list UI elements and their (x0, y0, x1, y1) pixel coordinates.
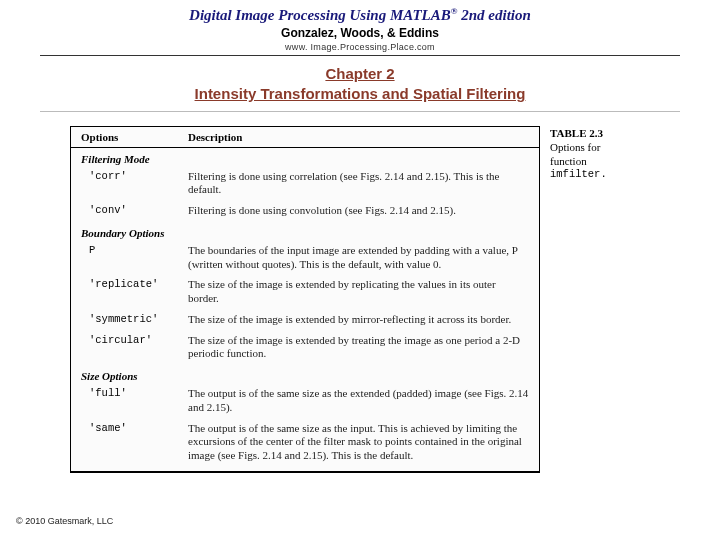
divider-sub (40, 111, 680, 112)
divider-top (40, 55, 680, 56)
opt-corr: 'corr' (71, 169, 186, 200)
website: www. Image.Processing.Place.com (0, 42, 720, 52)
table-caption: TABLE 2.3 Options for function imfilter. (550, 126, 660, 183)
chapter-line2: Intensity Transformations and Spatial Fi… (0, 84, 720, 104)
section-size: Size Options (71, 365, 539, 384)
caption-func: imfilter. (550, 168, 660, 182)
th-options: Options (71, 127, 186, 147)
table-row: 'conv' Filtering is done using convoluti… (71, 201, 539, 222)
title-post: 2nd edition (458, 7, 531, 23)
section-filtering: Filtering Mode (71, 148, 539, 167)
title-sup: ® (451, 6, 458, 16)
section-boundary: Boundary Options (71, 222, 539, 241)
authors: Gonzalez, Woods, & Eddins (0, 26, 720, 40)
chapter-line1: Chapter 2 (0, 64, 720, 84)
caption-line2: function (550, 154, 660, 168)
table-header-row: Options Description (71, 127, 539, 148)
opt-circular: 'circular' (71, 333, 186, 364)
table-row: 'symmetric' The size of the image is ext… (71, 310, 539, 331)
table-bottom-rule (71, 471, 539, 472)
chapter-heading: Chapter 2 Intensity Transformations and … (0, 64, 720, 105)
desc-circular: The size of the image is extended by tre… (186, 333, 539, 364)
content-area: Options Description Filtering Mode 'corr… (70, 126, 670, 473)
desc-replicate: The size of the image is extended by rep… (186, 277, 539, 308)
desc-corr: Filtering is done using correlation (see… (186, 169, 539, 200)
desc-full: The output is of the same size as the ex… (186, 386, 539, 417)
opt-full: 'full' (71, 386, 186, 417)
opt-replicate: 'replicate' (71, 277, 186, 308)
desc-symmetric: The size of the image is extended by mir… (186, 312, 539, 329)
desc-same: The output is of the same size as the in… (186, 421, 539, 465)
opt-p: P (71, 243, 186, 274)
caption-line1: Options for (550, 140, 660, 154)
copyright: © 2010 Gatesmark, LLC (16, 516, 113, 526)
desc-p: The boundaries of the input image are ex… (186, 243, 539, 274)
desc-conv: Filtering is done using convolution (see… (186, 203, 539, 220)
page-header: Digital Image Processing Using MATLAB® 2… (0, 0, 720, 52)
th-description: Description (186, 127, 539, 147)
opt-symmetric: 'symmetric' (71, 312, 186, 329)
table-row: 'circular' The size of the image is exte… (71, 331, 539, 366)
opt-conv: 'conv' (71, 203, 186, 220)
book-title: Digital Image Processing Using MATLAB® 2… (0, 6, 720, 24)
table-row: 'same' The output is of the same size as… (71, 419, 539, 467)
opt-same: 'same' (71, 421, 186, 465)
options-table: Options Description Filtering Mode 'corr… (70, 126, 540, 473)
caption-number: TABLE 2.3 (550, 126, 660, 140)
table-row: 'full' The output is of the same size as… (71, 384, 539, 419)
table-row: 'corr' Filtering is done using correlati… (71, 167, 539, 202)
title-pre: Digital Image Processing Using MATLAB (189, 7, 451, 23)
table-row: 'replicate' The size of the image is ext… (71, 275, 539, 310)
table-row: P The boundaries of the input image are … (71, 241, 539, 276)
